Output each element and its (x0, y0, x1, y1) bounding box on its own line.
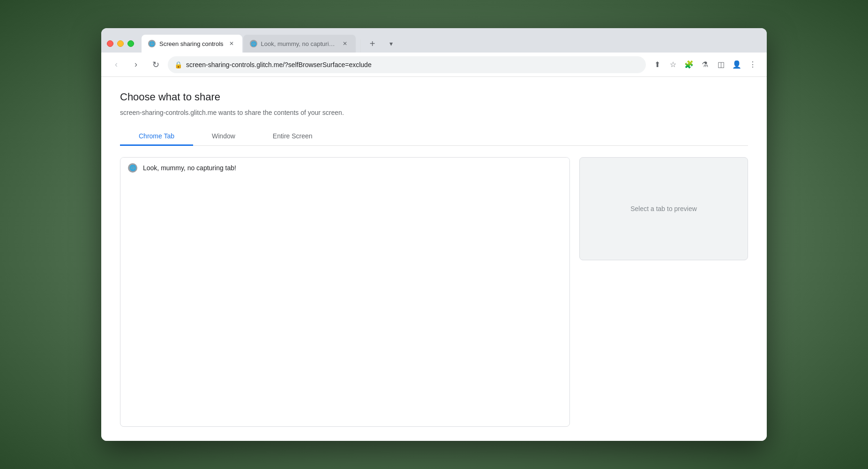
tab-entire-screen[interactable]: Entire Screen (254, 128, 331, 146)
back-button[interactable]: ‹ (109, 57, 124, 72)
preview-panel: Select a tab to preview (579, 157, 748, 260)
title-bar: 🌐 Screen sharing controls ✕ 🌐 Look, mumm… (101, 28, 767, 53)
minimize-button[interactable] (117, 40, 124, 47)
traffic-lights (107, 40, 134, 47)
close-button[interactable] (107, 40, 113, 47)
list-item[interactable]: 🌐 Look, mummy, no capturing tab! (120, 158, 569, 178)
tab-content: 🌐 Look, mummy, no capturing tab! Select … (120, 157, 748, 427)
maximize-button[interactable] (127, 40, 134, 47)
tab-close-2[interactable]: ✕ (341, 39, 349, 48)
menu-icon[interactable]: ⋮ (746, 58, 759, 71)
dialog-subtitle: screen-sharing-controls.glitch.me wants … (120, 109, 748, 116)
list-item-title: Look, mummy, no capturing tab! (143, 164, 236, 172)
tab-active[interactable]: 🌐 Screen sharing controls ✕ (142, 35, 242, 53)
content-area: Choose what to share screen-sharing-cont… (101, 77, 767, 441)
tab-divider (360, 39, 361, 53)
extensions-icon[interactable]: 🧩 (682, 58, 696, 71)
tab-inactive[interactable]: 🌐 Look, mummy, no capturing ta… ✕ (243, 35, 356, 53)
tab-close-1[interactable]: ✕ (227, 39, 236, 48)
share-tabs: Chrome Tab Window Entire Screen (120, 128, 748, 146)
browser-window: 🌐 Screen sharing controls ✕ 🌐 Look, mumm… (101, 28, 767, 441)
preview-placeholder: Select a tab to preview (630, 205, 697, 212)
labs-icon[interactable]: ⚗ (698, 58, 711, 71)
tab-chrome-tab[interactable]: Chrome Tab (120, 128, 193, 146)
tabs-bar: 🌐 Screen sharing controls ✕ 🌐 Look, mumm… (142, 35, 761, 53)
tab-title-2: Look, mummy, no capturing ta… (261, 40, 337, 47)
new-tab-button[interactable]: + (366, 37, 380, 51)
tab-list: 🌐 Look, mummy, no capturing tab! (120, 157, 570, 427)
refresh-button[interactable]: ↻ (148, 57, 163, 72)
address-bar[interactable]: 🔒 screen-sharing-controls.glitch.me/?sel… (168, 56, 646, 73)
nav-bar: ‹ › ↻ 🔒 screen-sharing-controls.glitch.m… (101, 53, 767, 77)
share-icon[interactable]: ⬆ (651, 58, 664, 71)
url-text: screen-sharing-controls.glitch.me/?selfB… (186, 61, 639, 68)
tab-dropdown-button[interactable]: ▾ (384, 37, 398, 51)
toolbar-actions: ⬆ ☆ 🧩 ⚗ ◫ 👤 ⋮ (651, 58, 759, 71)
lock-icon: 🔒 (174, 61, 182, 68)
bookmark-icon[interactable]: ☆ (666, 58, 680, 71)
tab-window[interactable]: Window (193, 128, 254, 146)
tab-title-1: Screen sharing controls (159, 40, 224, 47)
tab-favicon-1: 🌐 (148, 40, 156, 47)
sidebar-icon[interactable]: ◫ (714, 58, 727, 71)
dialog-title: Choose what to share (120, 91, 748, 103)
account-icon[interactable]: 👤 (730, 58, 743, 71)
list-item-favicon: 🌐 (128, 163, 137, 173)
forward-button[interactable]: › (128, 57, 143, 72)
tab-favicon-2: 🌐 (250, 40, 257, 47)
